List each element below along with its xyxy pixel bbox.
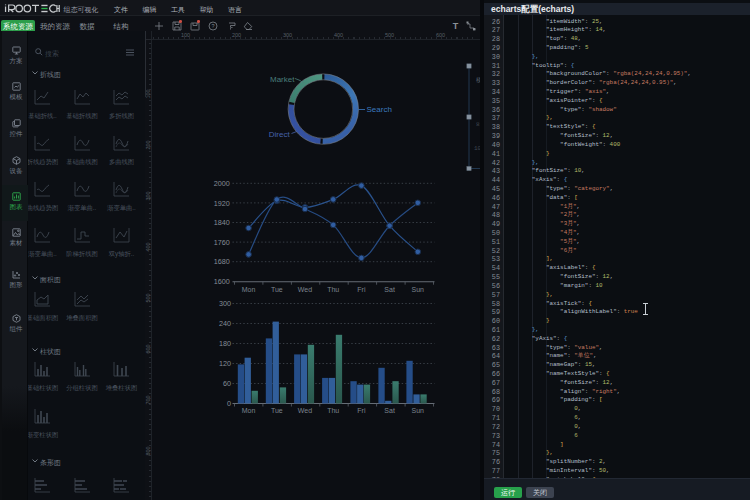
- svg-text:Mon: Mon: [242, 407, 256, 414]
- svg-text:Sat: Sat: [384, 286, 395, 293]
- svg-text:Thu: Thu: [327, 407, 339, 414]
- svg-text:1680: 1680: [214, 257, 230, 266]
- svg-text:300: 300: [219, 299, 231, 308]
- svg-text:240: 240: [219, 319, 231, 328]
- svg-text:Sun: Sun: [412, 407, 425, 414]
- svg-text:Fri: Fri: [357, 407, 366, 414]
- svg-text:1760: 1760: [214, 238, 230, 247]
- svg-text:Direct: Direct: [269, 130, 291, 139]
- svg-text:Tue: Tue: [271, 407, 283, 414]
- svg-text:Market: Market: [270, 75, 295, 84]
- svg-text:Fri: Fri: [357, 286, 366, 293]
- svg-text:1600: 1600: [214, 277, 230, 286]
- svg-text:120: 120: [219, 359, 231, 368]
- svg-text:Thu: Thu: [327, 286, 339, 293]
- svg-text:1840: 1840: [214, 218, 230, 227]
- svg-text:180: 180: [219, 339, 231, 348]
- svg-text:1920: 1920: [214, 199, 230, 208]
- svg-text:Mon: Mon: [242, 286, 256, 293]
- svg-text:Tue: Tue: [271, 286, 283, 293]
- svg-text:Search: Search: [367, 105, 392, 114]
- svg-text:Wed: Wed: [298, 286, 312, 293]
- svg-text:0: 0: [227, 399, 231, 408]
- svg-text:Sun: Sun: [412, 286, 425, 293]
- svg-text:2000: 2000: [214, 179, 230, 188]
- svg-text:Sat: Sat: [384, 407, 395, 414]
- svg-text:Wed: Wed: [298, 407, 312, 414]
- svg-text:60: 60: [223, 379, 231, 388]
- svg-text:?: ?: [211, 23, 214, 29]
